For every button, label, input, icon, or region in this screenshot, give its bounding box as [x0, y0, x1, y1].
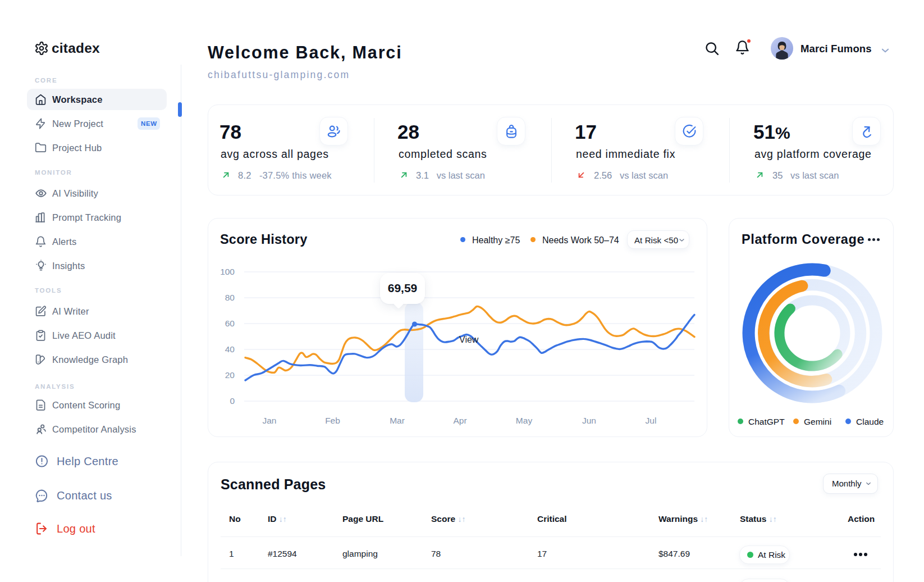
svg-text:Apr: Apr [453, 416, 466, 425]
svg-text:Jun: Jun [582, 416, 596, 425]
svg-text:May: May [516, 416, 533, 425]
svg-text:Mar: Mar [390, 416, 405, 425]
svg-text:Feb: Feb [325, 416, 340, 425]
svg-text:40: 40 [225, 344, 235, 354]
svg-text:100: 100 [220, 267, 235, 276]
svg-text:Jul: Jul [646, 416, 657, 425]
svg-text:80: 80 [225, 293, 235, 302]
svg-text:Jan: Jan [263, 416, 277, 425]
svg-text:60: 60 [225, 319, 235, 328]
svg-text:20: 20 [225, 370, 235, 380]
svg-text:0: 0 [230, 396, 235, 406]
